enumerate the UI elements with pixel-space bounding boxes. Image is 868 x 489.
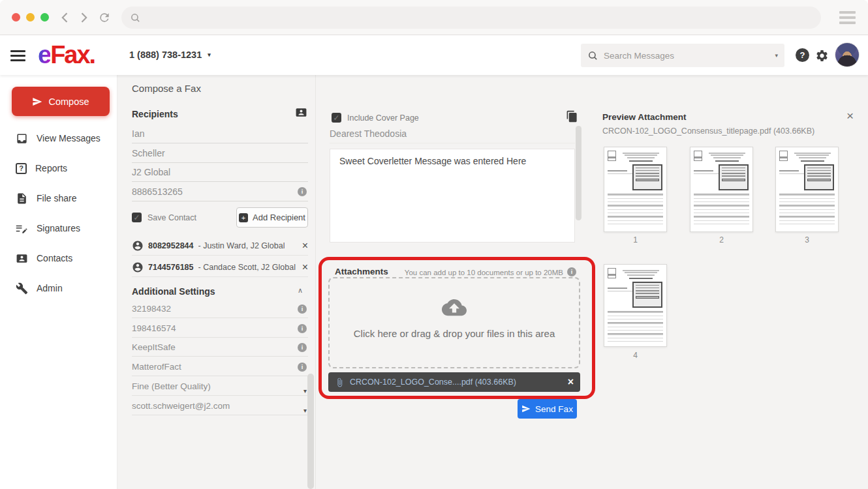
- info-icon[interactable]: i: [298, 363, 307, 372]
- remove-file-icon[interactable]: ×: [568, 377, 574, 387]
- quality-select[interactable]: Fine (Better Quality) ▾: [132, 379, 308, 396]
- caret-down-icon: ▾: [303, 403, 307, 419]
- file-dropzone[interactable]: Click here or drag & drop your files in …: [328, 277, 580, 368]
- include-cover-checkbox[interactable]: ✓: [332, 113, 341, 123]
- attached-file-name: CRCON-102_LOGO_Conse....pdf (403.66KB): [350, 378, 516, 387]
- app-header: eFax. 1 (888) 738-1231 ▾ ▾ ?: [0, 35, 868, 75]
- page-thumbnail[interactable]: [604, 264, 667, 347]
- fax-number-dropdown[interactable]: 1 (888) 738-1231 ▾: [129, 50, 211, 60]
- chip-details: - Justin Ward, J2 Global: [198, 241, 285, 250]
- browser-window: eFax. 1 (888) 738-1231 ▾ ▾ ? Compose Vie…: [0, 0, 868, 489]
- chevron-up-icon[interactable]: ∧: [298, 286, 303, 295]
- sidebar-item-label: Signatures: [37, 223, 80, 233]
- contact-book-icon[interactable]: [295, 106, 307, 119]
- window-controls: [12, 13, 49, 22]
- reports-icon: ?: [16, 163, 27, 174]
- info-icon[interactable]: i: [298, 324, 307, 333]
- dropzone-text: Click here or drag & drop your files in …: [330, 328, 579, 339]
- signature-icon: [16, 222, 28, 235]
- setting-value: 32198432: [132, 304, 171, 314]
- setting-value: scott.schweigert@j2.com: [132, 401, 230, 411]
- paper-plane-icon: [521, 404, 531, 413]
- setting-value: MatterofFact: [132, 362, 181, 372]
- caret-down-icon: ▾: [208, 52, 211, 58]
- minimize-window-button[interactable]: [26, 13, 35, 22]
- efax-logo[interactable]: eFax.: [38, 40, 95, 70]
- send-fax-button[interactable]: Send Fax: [518, 399, 577, 419]
- sidebar-item-signatures[interactable]: Signatures: [0, 213, 117, 243]
- close-window-button[interactable]: [12, 13, 20, 22]
- additional-settings-heading: Additional Settings: [132, 286, 215, 297]
- email-select[interactable]: scott.schweigert@j2.com ▾: [132, 398, 308, 415]
- save-contact-checkbox[interactable]: ✓: [132, 213, 142, 222]
- last-name-row: [132, 144, 308, 163]
- recipients-heading: Recipients: [132, 109, 178, 119]
- logo-fax: Fax.: [50, 41, 95, 68]
- fax-number-label: 1 (888) 738-1231: [129, 50, 202, 60]
- cover-message-textarea[interactable]: Sweet Coverletter Message was entered He…: [330, 149, 575, 243]
- search-icon: [587, 50, 598, 61]
- gear-icon[interactable]: [815, 49, 829, 63]
- include-cover-label: Include Cover Page: [347, 113, 419, 123]
- chip-number: 8082952844: [148, 241, 194, 250]
- fax-number-row: i: [132, 183, 308, 201]
- send-fax-label: Send Fax: [535, 404, 573, 414]
- help-icon[interactable]: ?: [796, 48, 809, 62]
- attached-file-chip[interactable]: CRCON-102_LOGO_Conse....pdf (403.66KB) ×: [328, 372, 580, 392]
- compose-label: Compose: [48, 96, 89, 107]
- sidebar-item-contacts[interactable]: Contacts: [0, 243, 117, 273]
- search-icon: [130, 12, 141, 23]
- sidebar-item-admin[interactable]: Admin: [0, 273, 117, 303]
- document-page-art: [608, 151, 663, 224]
- refresh-icon[interactable]: [98, 11, 111, 24]
- page-thumbnail[interactable]: [775, 147, 839, 232]
- fax-number-input[interactable]: [132, 183, 308, 201]
- remove-recipient-icon[interactable]: ×: [302, 262, 308, 273]
- check-icon: ✓: [333, 113, 339, 123]
- last-name-input[interactable]: [132, 144, 308, 162]
- add-recipient-button[interactable]: + Add Recipient: [236, 207, 308, 228]
- page-thumbnail[interactable]: [690, 147, 753, 232]
- setting-row[interactable]: 32198432 i: [132, 301, 308, 318]
- page-thumbnail[interactable]: [604, 147, 667, 232]
- setting-row[interactable]: MatterofFact i: [132, 359, 308, 376]
- setting-row[interactable]: 198416574 i: [132, 321, 308, 338]
- user-avatar[interactable]: [835, 42, 860, 67]
- info-icon[interactable]: i: [298, 343, 307, 352]
- person-icon: [132, 240, 144, 252]
- setting-row[interactable]: KeepItSafe i: [132, 340, 308, 357]
- address-bar[interactable]: [121, 7, 821, 29]
- cover-subject-input[interactable]: [330, 128, 575, 143]
- forward-icon[interactable]: [77, 11, 90, 24]
- logo-e: e: [38, 41, 50, 68]
- sidebar-item-reports[interactable]: ? Reports: [0, 153, 117, 183]
- search-messages-input[interactable]: [604, 51, 775, 61]
- sidebar-item-label: File share: [37, 193, 76, 203]
- remove-recipient-icon[interactable]: ×: [302, 241, 308, 251]
- info-icon[interactable]: i: [298, 304, 307, 314]
- search-caret-down-icon[interactable]: ▾: [775, 52, 778, 59]
- preview-title: Preview Attachment: [602, 112, 687, 122]
- inbox-icon: [16, 132, 28, 145]
- attachments-heading: Attachments: [335, 267, 388, 276]
- info-icon[interactable]: i: [298, 187, 307, 196]
- back-icon[interactable]: [59, 11, 72, 24]
- cover-scrollbar[interactable]: [576, 126, 581, 220]
- plus-icon: +: [239, 213, 248, 222]
- sidebar-item-file-share[interactable]: File share: [0, 183, 117, 213]
- left-scrollbar[interactable]: [307, 374, 314, 489]
- close-preview-icon[interactable]: ×: [846, 109, 854, 123]
- company-input[interactable]: [132, 163, 308, 181]
- cloud-upload-icon: [442, 297, 467, 316]
- copy-icon[interactable]: [566, 110, 578, 123]
- first-name-input[interactable]: [132, 125, 308, 143]
- page-number: 2: [690, 235, 753, 244]
- compose-button[interactable]: Compose: [12, 87, 110, 116]
- sidebar-item-view-messages[interactable]: View Messages: [0, 123, 117, 153]
- page-number: 3: [775, 235, 839, 244]
- menu-icon[interactable]: [10, 50, 25, 64]
- maximize-window-button[interactable]: [40, 13, 49, 22]
- browser-menu-icon[interactable]: [839, 11, 856, 27]
- document-page-art: [779, 151, 835, 224]
- info-icon[interactable]: i: [567, 267, 576, 276]
